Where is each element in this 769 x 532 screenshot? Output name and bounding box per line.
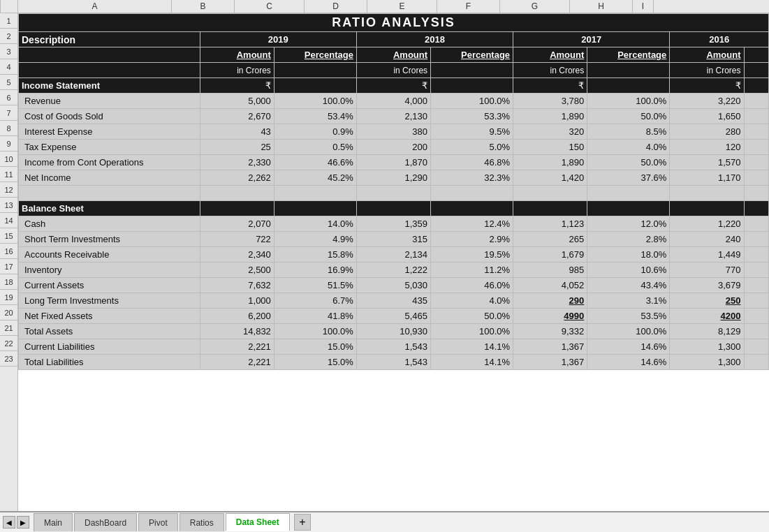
balance-c-5: 6.7% [274,293,356,309]
income-e-0: 100.0% [431,94,513,109]
income-f-2: 320 [513,124,587,140]
bs-hdr-d [356,201,430,216]
income-e-1: 53.3% [431,109,513,124]
income-f-1: 1,890 [513,109,587,124]
income-h-1: 1,650 [670,109,744,124]
income-g-3: 4.0% [587,140,670,155]
tab-add-button[interactable]: + [294,514,311,531]
income-i-2 [744,124,769,140]
bs-hdr-i [744,201,769,216]
income-b-5: 2,262 [200,170,274,186]
balance-g-7: 100.0% [587,324,670,339]
year-2018: 2018 [356,32,513,47]
col-header-h: H [570,0,633,13]
bs-hdr-c [274,201,356,216]
income-i-4 [744,155,769,170]
rupee-2018: ₹ [356,78,430,94]
column-headers: A B C D E F G H I [0,0,769,13]
row-num-6: 6 [0,90,17,105]
balance-d-2: 2,134 [356,247,430,263]
col-header-i: I [633,0,654,13]
balance-h-7: 8,129 [670,324,744,339]
row-num-3: 3 [0,44,17,59]
balance-d-9: 1,543 [356,355,430,370]
balance-e-5: 4.0% [431,293,513,309]
income-c-3: 0.5% [274,140,356,155]
income-desc-3: Tax Expense [19,140,200,155]
balance-desc-3: Inventory [19,263,200,278]
balance-e-2: 19.5% [431,247,513,263]
tab-datasheet[interactable]: Data Sheet [226,513,290,531]
tab-main[interactable]: Main [34,513,73,531]
year-2016: 2016 [670,32,769,47]
pct-empty-rupee-2018 [431,78,513,94]
balance-b-2: 2,340 [200,247,274,263]
balance-b-5: 1,000 [200,293,274,309]
income-f-3: 150 [513,140,587,155]
balance-g-8: 14.6% [587,339,670,355]
empty-i-crores [744,63,769,78]
amount-header-row: Amount Percentage Amount Percentage Amou… [19,47,769,63]
balance-d-0: 1,359 [356,216,430,232]
balance-c-7: 100.0% [274,324,356,339]
balance-d-1: 315 [356,232,430,247]
amount-2019: Amount [200,47,274,63]
balance-f-5: 290 [513,293,587,309]
balance-h-4: 3,679 [670,278,744,293]
balance-d-8: 1,543 [356,339,430,355]
title-row: RATIO ANALYSIS [19,14,769,32]
income-row-3: Tax Expense 25 0.5% 200 5.0% 150 4.0% 12… [19,140,769,155]
balance-d-7: 10,930 [356,324,430,339]
crores-2017: in Crores [513,63,587,78]
balance-b-6: 6,200 [200,309,274,324]
balance-desc-1: Short Term Investments [19,232,200,247]
row-num-23: 23 [0,351,17,367]
tab-dashboard[interactable]: DashBoard [74,513,137,531]
income-g-4: 50.0% [587,155,670,170]
pct-2019: Percentage [274,47,356,63]
balance-h-2: 1,449 [670,247,744,263]
tab-nav-left[interactable]: ◀ [3,516,15,529]
empty-desc-header [19,47,200,63]
balance-row-3: Inventory 2,500 16.9% 1,222 11.2% 985 10… [19,263,769,278]
row-num-21: 21 [0,320,17,336]
income-e-4: 46.8% [431,155,513,170]
balance-desc-8: Current Liabilities [19,339,200,355]
income-c-4: 46.6% [274,155,356,170]
balance-g-0: 12.0% [587,216,670,232]
balance-section-header-row: Balance Sheet [19,201,769,216]
balance-row-8: Current Liabilities 2,221 15.0% 1,543 14… [19,339,769,355]
tab-pivot[interactable]: Pivot [138,513,178,531]
balance-f-4: 4,052 [513,278,587,293]
income-g-1: 50.0% [587,109,670,124]
balance-d-3: 1,222 [356,263,430,278]
row-num-17: 17 [0,259,17,274]
year-header-row: Description 2019 2018 2017 2016 [19,32,769,47]
income-desc-0: Revenue [19,94,200,109]
main-grid: RATIO ANALYSIS Description 2019 2018 201… [18,13,769,511]
income-g-2: 8.5% [587,124,670,140]
income-d-0: 4,000 [356,94,430,109]
balance-e-6: 50.0% [431,309,513,324]
bs-hdr-b [200,201,274,216]
balance-e-9: 14.1% [431,355,513,370]
tab-nav-right[interactable]: ▶ [17,516,29,529]
balance-b-1: 722 [200,232,274,247]
income-section-label: Income Statement [19,78,200,94]
empty-i-header [744,47,769,63]
row-num-18: 18 [0,274,17,290]
main-title: RATIO ANALYSIS [19,14,769,32]
income-h-3: 120 [670,140,744,155]
income-row-5: Net Income 2,262 45.2% 1,290 32.3% 1,420… [19,170,769,186]
col-header-d: D [305,0,367,13]
corner-header [0,0,18,13]
tab-ratios[interactable]: Ratios [180,513,224,531]
tab-navigation: ◀ ▶ [3,516,29,529]
balance-row-7: Total Assets 14,832 100.0% 10,930 100.0%… [19,324,769,339]
balance-c-2: 15.8% [274,247,356,263]
data-table: RATIO ANALYSIS Description 2019 2018 201… [18,13,769,370]
row-num-12: 12 [0,182,17,198]
income-row-1: Cost of Goods Sold 2,670 53.4% 2,130 53.… [19,109,769,124]
balance-i-8 [744,339,769,355]
row-numbers: 1 2 3 4 5 6 7 8 9 10 11 12 13 14 15 16 1… [0,13,18,511]
